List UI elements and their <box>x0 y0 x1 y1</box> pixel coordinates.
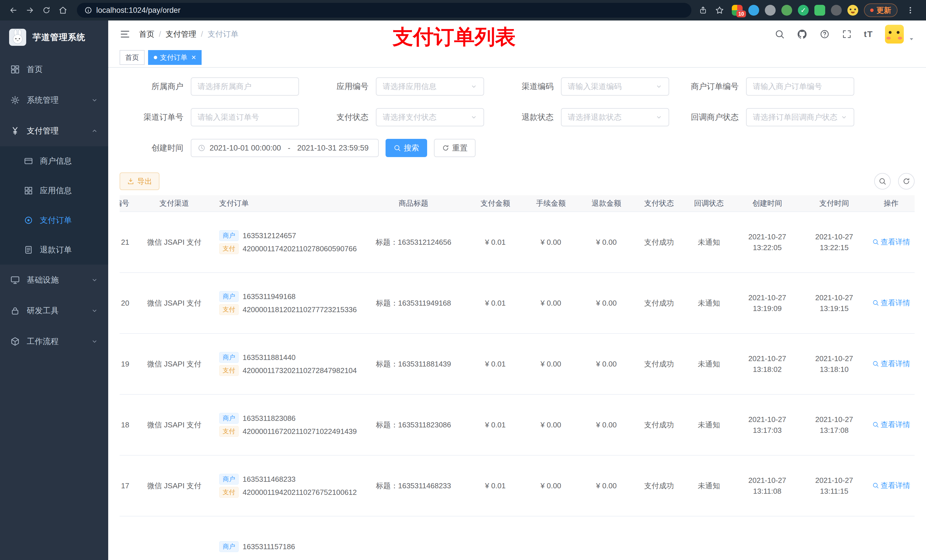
sidebar-item-1[interactable]: 系统管理 <box>0 85 108 116</box>
sidebar-item-2[interactable]: 支付管理 <box>0 116 108 146</box>
breadcrumb-item[interactable]: 支付管理 <box>166 29 197 39</box>
emoji-extension-icon[interactable] <box>847 5 858 16</box>
filter-select-1[interactable]: 请选择应用信息 <box>376 77 484 96</box>
download-icon <box>127 178 135 185</box>
pay-tag: 支付 <box>219 426 239 437</box>
avatar[interactable] <box>885 25 904 44</box>
export-button[interactable]: 导出 <box>120 172 159 190</box>
cell-channel: 微信 JSAPI 支付 <box>137 455 211 516</box>
view-detail-link[interactable]: 查看详情 <box>872 420 910 430</box>
forward-button[interactable] <box>23 3 37 17</box>
sidebar-subitem-label: 退款订单 <box>40 245 72 255</box>
filter-group: 应用编号请选择应用信息 <box>299 77 484 96</box>
extension-icon[interactable] <box>814 5 825 16</box>
logo-avatar <box>9 29 26 46</box>
chevron-down-icon <box>655 83 662 90</box>
topbar-actions: tT <box>775 25 915 44</box>
table-row: 17 微信 JSAPI 支付 商户1635311468233 支付4200001… <box>120 455 915 516</box>
chevron-down-icon <box>471 83 477 90</box>
create-time-range-input[interactable]: 2021-10-01 00:00:00 - 2021-10-31 23:59:5… <box>191 139 379 157</box>
font-size-button[interactable]: tT <box>864 29 873 39</box>
extension-icon[interactable] <box>765 5 776 16</box>
view-detail-link[interactable]: 查看详情 <box>872 481 910 491</box>
update-button[interactable]: 更新 <box>864 3 897 17</box>
view-detail-link[interactable]: 查看详情 <box>872 298 910 308</box>
placeholder-text: 请输入商户订单编号 <box>753 82 847 92</box>
cell-status: 支付成功 <box>634 455 684 516</box>
sidebar-item-5[interactable]: 工作流程 <box>0 326 108 357</box>
tab-view-1[interactable]: 支付订单× <box>148 50 201 65</box>
sidebar-subitem-0[interactable]: 商户信息 <box>0 146 108 176</box>
sidebar-subitem-3[interactable]: 退款订单 <box>0 235 108 265</box>
cube-icon <box>10 337 20 346</box>
filter-form: 所属商户请选择所属商户应用编号请选择应用信息渠道编码请输入渠道编码商户订单编号请… <box>108 68 926 170</box>
sidebar-item-3[interactable]: 基础设施 <box>0 265 108 295</box>
cell-notify: 未通知 <box>684 273 734 334</box>
sidebar-toggle-button[interactable] <box>120 29 130 39</box>
sidebar-item-0[interactable]: 首页 <box>0 54 108 85</box>
share-button[interactable] <box>696 3 710 17</box>
sidebar-subitem-1[interactable]: 应用信息 <box>0 176 108 205</box>
cell-pay-order: 商户1635312124657 支付4200001174202110278060… <box>211 212 359 273</box>
cell-channel: 微信 JSAPI 支付 <box>137 334 211 394</box>
cell-channel: 微信 JSAPI 支付 <box>137 394 211 455</box>
url-bar[interactable]: localhost:1024/pay/order <box>77 3 691 18</box>
chevron-down-icon <box>655 114 662 121</box>
breadcrumb-item: 支付订单 <box>207 29 238 39</box>
filter-input-3[interactable]: 请输入商户订单编号 <box>746 77 854 96</box>
filter-select-6[interactable]: 请选择退款状态 <box>561 108 669 126</box>
breadcrumb-item[interactable]: 首页 <box>139 29 154 39</box>
table-row: 20 微信 JSAPI 支付 商户1635311949168 支付4200001… <box>120 273 915 334</box>
app-logo: 芋道管理系统 <box>0 21 108 54</box>
merchant-order-no: 1635311157186 <box>243 542 295 551</box>
extension-icon[interactable] <box>781 5 792 16</box>
filter-select-7[interactable]: 请选择订单回调商户状态 <box>746 108 854 126</box>
close-icon[interactable]: × <box>191 53 196 62</box>
tab-view-0[interactable]: 首页 <box>120 50 145 65</box>
filter-input-0[interactable]: 请选择所属商户 <box>191 77 299 96</box>
reload-button[interactable] <box>39 3 53 17</box>
cell-paid: 2021-10-2713:18:10 <box>801 334 868 394</box>
search-button[interactable]: 搜索 <box>386 139 427 157</box>
view-detail-link[interactable]: 查看详情 <box>872 359 910 369</box>
extension-icon[interactable] <box>748 5 759 16</box>
filter-label: 所属商户 <box>114 81 191 92</box>
back-button[interactable] <box>6 3 21 17</box>
fullscreen-icon <box>842 29 852 39</box>
help-button[interactable] <box>820 29 830 39</box>
forward-icon <box>25 6 35 15</box>
extension-icon[interactable]: 10 <box>732 5 743 16</box>
toggle-search-button[interactable] <box>874 173 891 190</box>
filter-input-4[interactable]: 请输入渠道订单号 <box>191 108 299 126</box>
column-header: 手续金额 <box>523 195 579 212</box>
filter-select-5[interactable]: 请选择支付状态 <box>376 108 484 126</box>
sidebar-item-4[interactable]: 研发工具 <box>0 295 108 326</box>
extension-badge: 10 <box>736 11 746 17</box>
home-button[interactable] <box>56 3 70 17</box>
cell-fee: ¥ 0.00 <box>523 394 579 455</box>
bookmark-button[interactable] <box>713 3 727 17</box>
app-title: 芋道管理系统 <box>32 32 85 43</box>
puzzle-extension-icon[interactable] <box>831 5 842 16</box>
refresh-icon <box>442 144 449 152</box>
merchant-tag: 商户 <box>219 541 239 552</box>
fullscreen-button[interactable] <box>842 29 852 39</box>
reset-button[interactable]: 重置 <box>434 139 475 157</box>
breadcrumb-separator: / <box>201 30 203 39</box>
header-search-button[interactable] <box>775 29 785 39</box>
cell-action: 查看详情 <box>868 455 915 516</box>
filter-select-2[interactable]: 请输入渠道编码 <box>561 77 669 96</box>
extension-icon[interactable]: ✓ <box>798 5 809 16</box>
gear-icon <box>10 95 20 105</box>
pay-tag: 支付 <box>219 304 239 315</box>
merchant-order-no: 1635311823086 <box>243 414 295 423</box>
github-button[interactable] <box>797 29 808 39</box>
view-detail-link[interactable]: 查看详情 <box>872 237 910 247</box>
refresh-table-button[interactable] <box>898 173 915 190</box>
sidebar-subitem-2[interactable]: 支付订单 <box>0 205 108 235</box>
cell-title: 标题：1635311949168 <box>359 273 468 334</box>
table-container: 编号支付渠道支付订单商品标题支付金额手续金额退款金额支付状态回调状态创建时间支付… <box>120 195 915 560</box>
cell-refund: ¥ 0.00 <box>579 212 634 273</box>
browser-menu-button[interactable] <box>903 3 917 17</box>
share-icon <box>699 6 707 15</box>
